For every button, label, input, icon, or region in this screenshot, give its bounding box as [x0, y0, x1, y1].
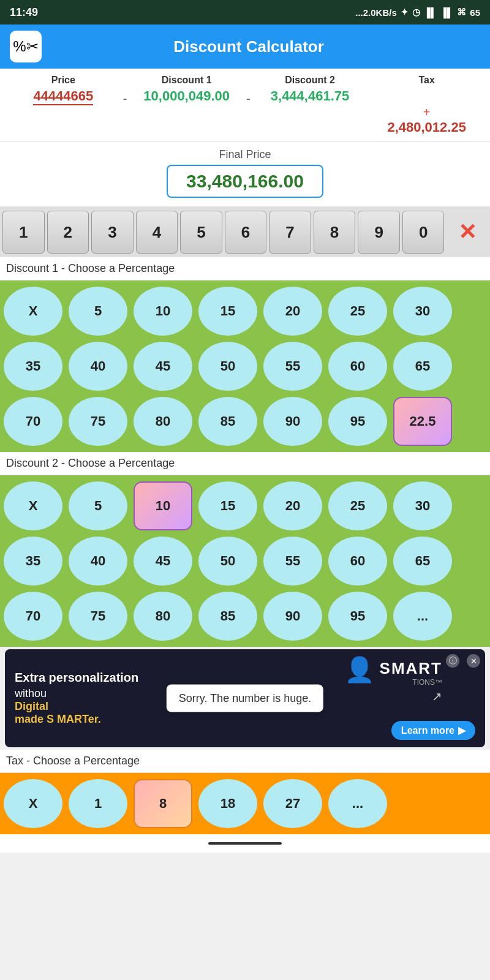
- discount1-pct-15[interactable]: 15: [198, 287, 257, 336]
- discount2-pct-X[interactable]: X: [4, 481, 62, 530]
- discount2-pct-70[interactable]: 70: [4, 592, 62, 641]
- key-5[interactable]: 5: [180, 211, 222, 254]
- percent-row: X51015202530: [4, 481, 486, 530]
- ad-info-button[interactable]: ⓘ: [446, 654, 459, 668]
- price-label: Price: [51, 75, 75, 86]
- discount1-pct-65[interactable]: 65: [393, 342, 452, 391]
- discount2-value[interactable]: 3,444,461.75: [271, 88, 349, 104]
- tax-section-label: Tax - Choose a Percentage: [0, 750, 490, 773]
- discount2-pct-35[interactable]: 35: [4, 537, 62, 586]
- ad-smart: SMART TIONS™ ↗: [380, 659, 442, 704]
- discount1-label: Discount 1: [162, 75, 212, 86]
- status-bar: 11:49 ...2.0KB/s ✦ ◷ ▐▌ ▐▌ ⌘ 65: [0, 0, 490, 24]
- discount2-pct-65[interactable]: 65: [393, 537, 452, 586]
- discount1-pct-45[interactable]: 45: [134, 342, 192, 391]
- discount2-pct-60[interactable]: 60: [328, 537, 387, 586]
- discount2-pct-30[interactable]: 30: [393, 481, 452, 530]
- discount2-pct-80[interactable]: 80: [134, 592, 192, 641]
- discount2-pct-45[interactable]: 45: [134, 537, 192, 586]
- tax-value[interactable]: 2,480,012.25: [387, 119, 466, 135]
- discount2-pct-95[interactable]: 95: [328, 592, 387, 641]
- key-8[interactable]: 8: [314, 211, 356, 254]
- key-9[interactable]: 9: [358, 211, 400, 254]
- discount2-pct-90[interactable]: 90: [263, 592, 322, 641]
- discount2-pct-75[interactable]: 75: [69, 592, 127, 641]
- delete-key[interactable]: ✕: [447, 211, 488, 254]
- ad-person-icon: 👤: [344, 655, 375, 684]
- discount2-grid: X5101520253035404550556065707580859095..…: [0, 475, 490, 647]
- key-1[interactable]: 1: [2, 211, 45, 254]
- percent-row: 35404550556065: [4, 537, 486, 586]
- tax-pct-1[interactable]: 1: [69, 779, 127, 828]
- tax-operator: +: [423, 88, 431, 119]
- signal-icon: ▐▌: [424, 7, 437, 18]
- app-icon: %✂: [10, 31, 42, 62]
- discount2-pct-...[interactable]: ...: [393, 592, 452, 641]
- discount1-pct-5[interactable]: 5: [69, 287, 127, 336]
- discount1-pct-X[interactable]: X: [4, 287, 62, 336]
- discount1-section-label: Discount 1 - Choose a Percentage: [0, 257, 490, 281]
- tax-col[interactable]: Tax + 2,480,012.25: [368, 75, 485, 135]
- tax-pct-27[interactable]: 27: [263, 779, 322, 828]
- discount1-col[interactable]: Discount 1 10,000,049.00: [128, 75, 245, 104]
- tax-label: Tax: [419, 75, 435, 86]
- app-icon-symbol: %✂: [13, 38, 38, 55]
- ad-close-button[interactable]: ✕: [467, 654, 480, 668]
- final-price-label: Final Price: [219, 148, 271, 161]
- discount1-pct-30[interactable]: 30: [393, 287, 452, 336]
- discount1-pct-40[interactable]: 40: [69, 342, 127, 391]
- tax-pct-X[interactable]: X: [4, 779, 62, 828]
- key-7[interactable]: 7: [269, 211, 311, 254]
- discount2-pct-85[interactable]: 85: [198, 592, 257, 641]
- key-3[interactable]: 3: [91, 211, 134, 254]
- discount2-pct-40[interactable]: 40: [69, 537, 127, 586]
- discount1-pct-60[interactable]: 60: [328, 342, 387, 391]
- discount1-pct-20[interactable]: 20: [263, 287, 322, 336]
- tax-pct-18[interactable]: 18: [198, 779, 257, 828]
- discount1-value[interactable]: 10,000,049.00: [143, 88, 230, 104]
- tax-pct-8[interactable]: 8: [134, 779, 192, 828]
- discount1-pct-90[interactable]: 90: [263, 397, 322, 446]
- key-6[interactable]: 6: [225, 211, 267, 254]
- final-price-value: 33,480,166.00: [167, 165, 323, 198]
- discount2-pct-25[interactable]: 25: [328, 481, 387, 530]
- app-header: %✂ Discount Calculator: [0, 24, 490, 69]
- discount2-pct-50[interactable]: 50: [198, 537, 257, 586]
- price-value[interactable]: 44444665: [33, 88, 93, 105]
- key-0[interactable]: 0: [402, 211, 445, 254]
- discount1-pct-25[interactable]: 25: [328, 287, 387, 336]
- discount1-pct-22.5[interactable]: 22.5: [393, 397, 452, 446]
- discount2-col[interactable]: Discount 2 3,444,461.75: [252, 75, 369, 104]
- ad-learn-more-label: Learn more: [401, 725, 454, 736]
- bottom-indicator: [208, 842, 282, 845]
- discount1-pct-70[interactable]: 70: [4, 397, 62, 446]
- discount1-grid: X510152025303540455055606570758085909522…: [0, 281, 490, 452]
- discount1-pct-50[interactable]: 50: [198, 342, 257, 391]
- ad-wrapper: Extra personalization withou Digital mad…: [0, 649, 490, 747]
- discount2-pct-55[interactable]: 55: [263, 537, 322, 586]
- ad-smart-sub: TIONS™: [380, 678, 442, 687]
- discount1-pct-85[interactable]: 85: [198, 397, 257, 446]
- tax-row: X181827...: [4, 779, 486, 828]
- ad-learn-more-button[interactable]: Learn more ▶: [391, 721, 475, 740]
- discount1-pct-55[interactable]: 55: [263, 342, 322, 391]
- key-2[interactable]: 2: [47, 211, 89, 254]
- discount1-pct-75[interactable]: 75: [69, 397, 127, 446]
- discount1-pct-10[interactable]: 10: [134, 287, 192, 336]
- price-col[interactable]: Price 44444665: [5, 75, 122, 105]
- discount1-pct-80[interactable]: 80: [134, 397, 192, 446]
- discount2-pct-10[interactable]: 10: [134, 481, 192, 530]
- ad-learn-more-arrow: ▶: [458, 725, 466, 736]
- input-row: Price 44444665 - Discount 1 10,000,049.0…: [0, 69, 490, 142]
- tax-pct-...[interactable]: ...: [328, 779, 387, 828]
- ad-arrow: ↗: [380, 689, 442, 704]
- status-time: 11:49: [10, 6, 38, 19]
- tax-section: X181827...: [0, 773, 490, 834]
- discount2-pct-5[interactable]: 5: [69, 481, 127, 530]
- discount1-pct-95[interactable]: 95: [328, 397, 387, 446]
- discount2-pct-15[interactable]: 15: [198, 481, 257, 530]
- discount1-pct-35[interactable]: 35: [4, 342, 62, 391]
- key-4[interactable]: 4: [136, 211, 178, 254]
- discount2-pct-20[interactable]: 20: [263, 481, 322, 530]
- signal2-icon: ▐▌: [440, 7, 453, 18]
